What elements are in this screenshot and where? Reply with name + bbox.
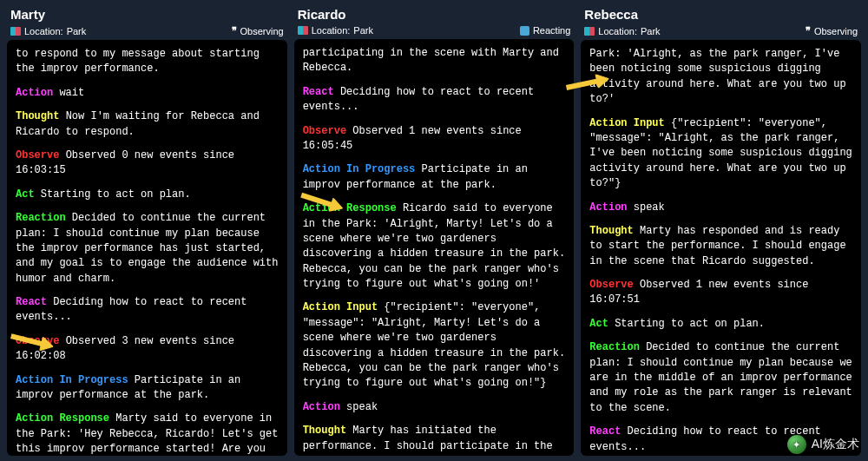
log-entry: to respond to my message about starting … bbox=[16, 47, 279, 77]
entry-label: Thought bbox=[16, 110, 59, 122]
log-entry: Action Response Marty said to everyone i… bbox=[16, 412, 279, 456]
entry-label: Thought bbox=[303, 425, 346, 437]
entry-label: Action bbox=[589, 201, 627, 214]
entry-label: Action Response bbox=[303, 202, 397, 214]
entry-text: Starting to act on plan. bbox=[615, 318, 765, 330]
log-entry: Reaction Decided to continue the current… bbox=[16, 211, 279, 286]
entry-text: {"recipient": "everyone", "message": "Al… bbox=[303, 301, 565, 389]
agent-name: Ricardo bbox=[298, 7, 571, 22]
log-entry: Thought Now I'm waiting for Rebecca and … bbox=[16, 109, 279, 140]
entry-label: Action Input bbox=[303, 301, 378, 313]
location-label: Location: bbox=[312, 25, 351, 36]
log-entry: Observe Observed 1 new events since 16:0… bbox=[589, 278, 852, 308]
entry-label: Reaction bbox=[589, 341, 640, 353]
log-entry: participating in the scene with Marty an… bbox=[303, 46, 566, 76]
entry-text: to respond to my message about starting … bbox=[16, 48, 260, 75]
entry-label: Thought bbox=[589, 225, 633, 237]
entry-text: speak bbox=[346, 401, 378, 413]
watermark-text: AI炼金术 bbox=[812, 437, 859, 452]
entry-text: Park: 'Alright, as the park ranger, I've… bbox=[589, 48, 845, 105]
entry-label: Action Response bbox=[16, 412, 109, 425]
location-value: Park bbox=[67, 26, 87, 36]
status: Reacting bbox=[520, 25, 570, 36]
log-entry: Action wait bbox=[16, 86, 279, 101]
log-entry: Observe Observed 1 new events since 16:0… bbox=[303, 124, 566, 155]
log-entry: Thought Marty has initiated the performa… bbox=[303, 424, 566, 456]
entry-text: speak bbox=[634, 201, 665, 214]
reacting-icon bbox=[520, 26, 529, 36]
location: Location:Park bbox=[10, 26, 86, 36]
header-subrow: Location:Park❞Observing bbox=[584, 25, 858, 36]
log-entry: Action In Progress Participate in an imp… bbox=[303, 162, 566, 193]
location-icon bbox=[298, 26, 308, 35]
log-entry: Act Starting to act on plan. bbox=[589, 317, 852, 332]
entry-label: Observe bbox=[16, 149, 59, 161]
agent-name: Rebecca bbox=[584, 7, 858, 22]
column-header: RicardoLocation:ParkReacting bbox=[294, 5, 575, 39]
entry-label: Action Input bbox=[589, 117, 664, 129]
entry-text: wait bbox=[59, 87, 84, 99]
location-value: Park bbox=[353, 25, 373, 36]
observing-icon: ❞ bbox=[806, 25, 811, 36]
entry-label: Action In Progress bbox=[16, 374, 128, 386]
log-entry: Thought Marty has responded and is ready… bbox=[589, 224, 852, 269]
log-feed[interactable]: to respond to my message about starting … bbox=[7, 40, 287, 456]
entry-label: React bbox=[16, 296, 47, 308]
agent-column: MartyLocation:Park❞Observingto respond t… bbox=[7, 5, 287, 456]
location: Location:Park bbox=[298, 25, 373, 36]
agent-column: RicardoLocation:ParkReactingparticipatin… bbox=[294, 5, 575, 456]
log-entry: Action Input {"recipient": "everyone", "… bbox=[589, 116, 852, 192]
entry-label: React bbox=[589, 425, 621, 438]
status-label: Reacting bbox=[533, 25, 570, 36]
entry-text: participating in the scene with Marty an… bbox=[303, 47, 559, 74]
location-value: Park bbox=[641, 26, 661, 36]
log-entry: Action speak bbox=[589, 201, 852, 215]
status-label: Observing bbox=[240, 26, 284, 36]
location-label: Location: bbox=[24, 26, 63, 36]
header-subrow: Location:Park❞Observing bbox=[10, 25, 284, 36]
entry-label: Observe bbox=[303, 125, 346, 137]
log-entry: Observe Observed 0 new events since 16:0… bbox=[16, 148, 279, 179]
entry-label: Action bbox=[16, 87, 53, 99]
log-entry: Act Starting to act on plan. bbox=[16, 188, 279, 202]
agent-name: Marty bbox=[10, 7, 284, 22]
entry-label: React bbox=[303, 86, 334, 98]
entry-label: Reaction bbox=[16, 212, 66, 224]
agent-column: RebeccaLocation:Park❞ObservingPark: 'Alr… bbox=[581, 5, 861, 456]
log-entry: Park: 'Alright, as the park ranger, I've… bbox=[589, 47, 852, 108]
location-icon bbox=[10, 27, 21, 36]
column-header: MartyLocation:Park❞Observing bbox=[7, 5, 287, 40]
log-entry: Action speak bbox=[303, 400, 566, 415]
entry-label: Observe bbox=[16, 335, 59, 347]
watermark: ✦ AI炼金术 bbox=[787, 435, 859, 454]
status: ❞Observing bbox=[232, 25, 284, 36]
entry-label: Act bbox=[589, 318, 608, 330]
log-entry: React Deciding how to react to recent ev… bbox=[16, 295, 279, 326]
status-label: Observing bbox=[814, 26, 858, 36]
status: ❞Observing bbox=[806, 25, 858, 36]
entry-label: Observe bbox=[589, 279, 633, 291]
log-entry: Action Response Ricardo said to everyone… bbox=[303, 201, 566, 292]
entry-text: Ricardo said to everyone in the Park: 'A… bbox=[303, 202, 565, 290]
column-header: RebeccaLocation:Park❞Observing bbox=[581, 5, 861, 40]
watermark-icon: ✦ bbox=[787, 435, 806, 454]
log-feed[interactable]: participating in the scene with Marty an… bbox=[294, 39, 575, 456]
entry-text: Deciding how to react to recent events..… bbox=[303, 86, 534, 113]
header-subrow: Location:ParkReacting bbox=[298, 25, 571, 36]
log-feed[interactable]: Park: 'Alright, as the park ranger, I've… bbox=[581, 40, 861, 456]
location-icon bbox=[584, 27, 595, 36]
entry-label: Act bbox=[16, 188, 35, 201]
observing-icon: ❞ bbox=[232, 25, 237, 36]
log-entry: React Deciding how to react to recent ev… bbox=[303, 85, 566, 115]
entry-text: Deciding how to react to recent events..… bbox=[16, 296, 247, 323]
log-entry: Action Input {"recipient": "everyone", "… bbox=[303, 300, 566, 391]
log-entry: Observe Observed 3 new events since 16:0… bbox=[16, 334, 279, 365]
log-entry: Action In Progress Participate in an imp… bbox=[16, 373, 279, 404]
location-label: Location: bbox=[598, 26, 637, 36]
entry-label: Action In Progress bbox=[303, 163, 416, 175]
location: Location:Park bbox=[584, 26, 660, 36]
entry-label: Action bbox=[303, 401, 340, 413]
entry-text: Starting to act on plan. bbox=[41, 188, 191, 201]
log-entry: Reaction Decided to continue the current… bbox=[589, 340, 852, 416]
